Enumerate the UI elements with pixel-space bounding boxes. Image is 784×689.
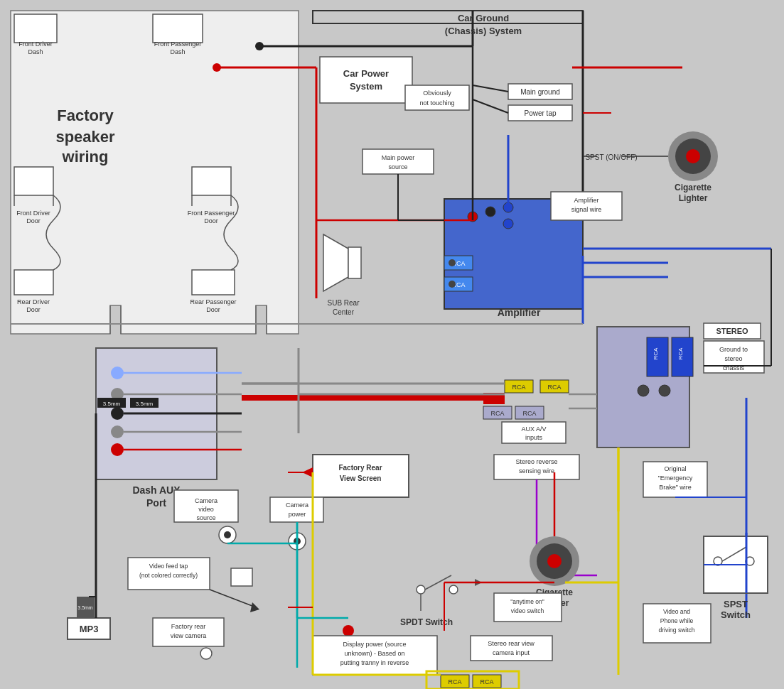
svg-text:not touching: not touching [419,99,454,107]
svg-text:RCA: RCA [512,384,525,391]
svg-rect-1 [14,14,57,43]
svg-text:Rear Passenger: Rear Passenger [190,298,236,305]
svg-text:Amplifier: Amplifier [498,307,541,318]
svg-text:Door: Door [204,217,218,224]
svg-text:Car Ground: Car Ground [458,13,509,23]
svg-point-124 [659,385,670,396]
diagram-container: Front Driver Dash Front Passenger Dash F… [0,0,784,689]
svg-text:"Emergency: "Emergency [658,474,693,482]
svg-point-191 [343,625,354,636]
svg-text:Center: Center [333,308,355,316]
svg-text:RCA: RCA [653,347,659,360]
svg-rect-20 [192,270,235,295]
svg-text:Main power: Main power [382,154,415,161]
svg-point-209 [200,648,212,659]
svg-text:sensing wire: sensing wire [519,467,554,474]
svg-text:RCA: RCA [522,410,536,417]
svg-text:source: source [388,163,407,170]
svg-text:Car Power: Car Power [343,68,389,79]
svg-text:(not colored correctly): (not colored correctly) [139,572,198,579]
svg-text:putting tranny in reverse: putting tranny in reverse [340,659,409,666]
svg-text:view camera: view camera [171,632,207,639]
svg-text:RCA: RCA [547,384,561,391]
svg-text:Original: Original [664,465,686,472]
svg-text:3.5mm: 3.5mm [103,401,121,407]
svg-text:Obviously: Obviously [423,89,451,97]
svg-text:RCA: RCA [677,347,684,360]
svg-text:SUB Rear: SUB Rear [327,299,360,307]
svg-text:stereo: stereo [724,355,742,362]
svg-text:"anytime on": "anytime on" [510,598,544,605]
svg-text:(Chassis) System: (Chassis) System [445,26,522,36]
svg-text:wiring: wiring [62,148,109,166]
wiring-diagram-svg: Front Driver Dash Front Passenger Dash F… [0,0,784,689]
svg-text:Front Driver: Front Driver [18,40,53,48]
svg-text:Factory Rear: Factory Rear [338,464,382,472]
svg-text:speaker: speaker [55,128,115,146]
svg-rect-86 [348,247,361,278]
svg-rect-17 [14,270,53,295]
svg-text:RCA: RCA [480,678,493,685]
svg-text:SPST: SPST [724,599,748,609]
svg-text:Lighter: Lighter [679,193,708,203]
svg-text:Rear Driver: Rear Driver [17,298,50,305]
svg-text:Door: Door [206,306,220,313]
svg-text:Camera: Camera [286,501,308,509]
svg-text:Video feed tap: Video feed tap [149,563,188,570]
svg-text:driving switch: driving switch [658,626,694,634]
svg-text:source: source [196,514,215,521]
svg-text:video: video [198,506,214,513]
factory-speaker-outline: Front Driver Dash Front Passenger Dash F… [11,11,299,334]
svg-text:Video and: Video and [663,608,690,615]
svg-rect-7 [14,167,53,195]
svg-text:video switch: video switch [511,607,544,614]
svg-text:Power tap: Power tap [524,109,556,117]
svg-text:3.5mm: 3.5mm [77,605,93,610]
svg-text:3.5mm: 3.5mm [136,401,154,407]
svg-point-96 [111,367,124,379]
svg-text:Port: Port [146,497,166,509]
svg-text:inputs: inputs [525,434,543,441]
svg-text:Front Driver: Front Driver [16,210,50,217]
svg-text:Amplifier: Amplifier [574,197,598,204]
svg-text:signal wire: signal wire [571,206,602,213]
svg-point-100 [111,443,124,456]
svg-text:Dash AUX: Dash AUX [132,484,181,496]
svg-text:System: System [350,81,382,92]
svg-text:Camera: Camera [195,497,218,504]
svg-point-177 [417,585,425,594]
svg-text:RCA: RCA [448,678,461,685]
svg-text:MP3: MP3 [80,624,99,634]
svg-text:Dash: Dash [28,48,43,55]
svg-text:Door: Door [26,306,41,313]
svg-text:Door: Door [26,217,41,224]
svg-point-186 [547,554,562,568]
svg-point-179 [449,585,458,594]
svg-text:Dash: Dash [170,48,185,55]
svg-point-99 [111,425,124,438]
svg-rect-174 [231,568,252,586]
svg-text:Stereo rear view: Stereo rear view [488,640,535,647]
svg-text:Ground to: Ground to [719,346,748,353]
svg-point-75 [503,219,513,229]
svg-text:Front Passenger: Front Passenger [154,40,202,48]
svg-point-73 [485,207,495,217]
svg-text:Phone while: Phone while [660,617,694,624]
svg-text:Stereo reverse: Stereo reverse [515,458,557,465]
svg-text:Brake" wire: Brake" wire [659,484,692,491]
svg-rect-12 [192,167,231,195]
svg-point-57 [686,149,700,163]
svg-rect-4 [153,14,203,43]
svg-point-77 [449,281,456,288]
svg-text:unknown) - Based on: unknown) - Based on [344,650,404,657]
svg-text:Front Passenger: Front Passenger [188,210,235,217]
svg-text:STEREO: STEREO [716,327,748,335]
svg-point-163 [224,531,231,538]
svg-text:Display power (source: Display power (source [343,641,406,648]
svg-point-123 [638,385,649,396]
svg-point-98 [111,407,124,420]
svg-text:Main ground: Main ground [520,88,560,96]
svg-text:power: power [289,511,306,518]
factory-speaker-label: Factory [57,107,114,124]
svg-text:View Screen: View Screen [340,474,382,482]
